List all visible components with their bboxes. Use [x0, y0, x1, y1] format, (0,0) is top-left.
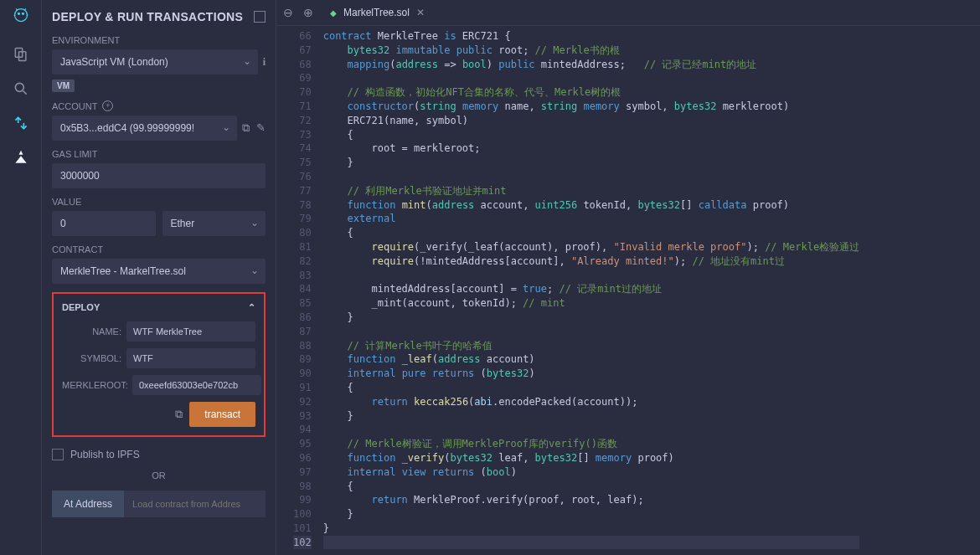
- contract-select[interactable]: MerkleTree - MarkelTree.sol: [52, 259, 266, 284]
- editor-toolbar: ⊖ ⊕ ◆ MarkelTree.sol ✕: [276, 0, 980, 26]
- value-unit-select[interactable]: Ether: [162, 211, 266, 236]
- copy-account-icon[interactable]: ⧉: [242, 121, 250, 135]
- deploy-panel: DEPLOY & RUN TRANSACTIONS ENVIRONMENT Ja…: [42, 0, 276, 555]
- svg-point-5: [15, 83, 23, 91]
- account-select[interactable]: 0x5B3...eddC4 (99.99999999!: [52, 116, 237, 141]
- info-icon[interactable]: i: [263, 56, 266, 69]
- gas-limit-input[interactable]: [52, 163, 266, 188]
- svg-point-0: [14, 9, 27, 22]
- transact-button[interactable]: transact: [189, 402, 255, 427]
- publish-ipfs-label: Publish to IPFS: [70, 449, 140, 460]
- deploy-field-input[interactable]: [126, 321, 255, 342]
- zoom-in-icon[interactable]: ⊕: [303, 6, 313, 19]
- deploy-field-input[interactable]: [132, 375, 261, 395]
- deploy-run-icon[interactable]: [13, 149, 29, 168]
- deploy-field-label: MERKLEROOT:: [62, 380, 127, 390]
- svg-point-1: [18, 13, 19, 14]
- copy-params-icon[interactable]: ⧉: [175, 408, 183, 421]
- zoom-out-icon[interactable]: ⊖: [283, 6, 293, 19]
- panel-detach-icon[interactable]: [254, 11, 266, 23]
- at-address-input[interactable]: [124, 491, 266, 517]
- icon-sidebar: [0, 0, 42, 555]
- publish-ipfs-checkbox[interactable]: [52, 449, 64, 460]
- line-gutter: 6667686970717273747576777879808182838485…: [276, 26, 323, 555]
- at-address-button[interactable]: At Address: [52, 491, 124, 517]
- gas-limit-label: GAS LIMIT: [52, 149, 266, 159]
- deploy-header: DEPLOY: [62, 302, 100, 313]
- or-label: OR: [52, 470, 266, 480]
- deploy-field-row: NAME:: [62, 321, 255, 342]
- editor-area: ⊖ ⊕ ◆ MarkelTree.sol ✕ 66676869707172737…: [276, 0, 980, 555]
- file-explorer-icon[interactable]: [13, 46, 29, 65]
- deploy-field-input[interactable]: [126, 348, 255, 368]
- panel-title: DEPLOY & RUN TRANSACTIONS: [52, 10, 266, 23]
- collapse-icon[interactable]: ⌃: [248, 302, 255, 313]
- search-icon[interactable]: [13, 80, 29, 100]
- tab-label: MarkelTree.sol: [343, 7, 410, 18]
- code-editor[interactable]: 6667686970717273747576777879808182838485…: [276, 26, 980, 555]
- edit-account-icon[interactable]: ✎: [256, 121, 266, 135]
- deploy-box: DEPLOY ⌃ NAME:SYMBOL:MERKLEROOT: ⧉ trans…: [52, 292, 266, 437]
- remix-logo-icon[interactable]: [13, 7, 29, 26]
- close-tab-icon[interactable]: ✕: [416, 7, 425, 18]
- panel-title-text: DEPLOY & RUN TRANSACTIONS: [52, 10, 243, 23]
- environment-select[interactable]: JavaScript VM (London): [52, 49, 258, 75]
- contract-label: CONTRACT: [52, 244, 266, 254]
- solidity-file-icon: ◆: [330, 8, 337, 18]
- deploy-field-row: MERKLEROOT:: [62, 375, 255, 395]
- deploy-field-row: SYMBOL:: [62, 348, 255, 368]
- deploy-field-label: SYMBOL:: [62, 353, 121, 363]
- code-content[interactable]: contract MerkleTree is ERC721 { bytes32 …: [323, 26, 859, 555]
- value-input[interactable]: [52, 211, 156, 236]
- account-label: ACCOUNT +: [52, 100, 266, 111]
- compiler-icon[interactable]: [13, 115, 29, 134]
- tab-markeltree[interactable]: ◆ MarkelTree.sol ✕: [323, 3, 431, 22]
- environment-label: ENVIRONMENT: [52, 35, 266, 45]
- svg-point-2: [22, 13, 23, 14]
- deploy-field-label: NAME:: [62, 326, 121, 337]
- vm-tag: VM: [52, 80, 75, 92]
- add-account-icon[interactable]: +: [102, 100, 113, 111]
- value-label: VALUE: [52, 197, 266, 207]
